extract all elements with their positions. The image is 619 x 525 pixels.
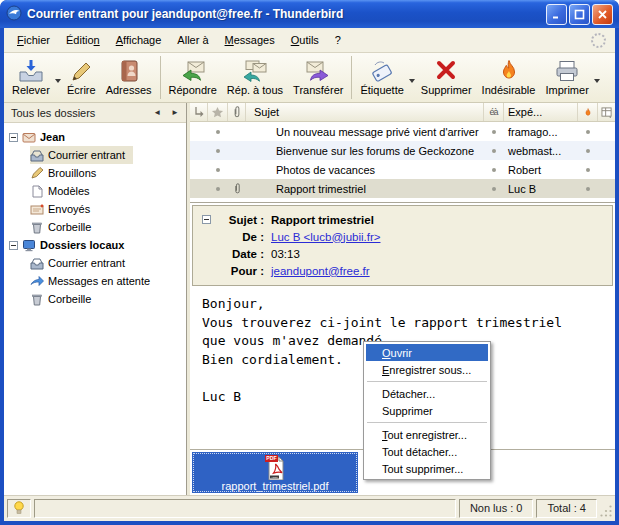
print-button[interactable]: Imprimer bbox=[540, 58, 593, 97]
folder-local-inbox[interactable]: Courrier entrant bbox=[30, 254, 186, 272]
minimize-button[interactable] bbox=[546, 4, 567, 25]
folder-local-trash[interactable]: Corbeille bbox=[30, 290, 186, 308]
collapse-icon[interactable] bbox=[9, 133, 18, 142]
svg-text:Adobe: Adobe bbox=[271, 475, 279, 478]
menu-outils[interactable]: Outils bbox=[283, 30, 327, 50]
menu-messages[interactable]: Messages bbox=[217, 30, 283, 50]
read-column-header[interactable]: éà bbox=[484, 103, 504, 121]
context-menu-save-all[interactable]: Tout enregistrer... bbox=[366, 426, 488, 443]
print-dropdown[interactable] bbox=[594, 79, 600, 86]
folder-unsent[interactable]: Messages en attente bbox=[30, 272, 186, 290]
menu-aide[interactable]: ? bbox=[327, 30, 349, 50]
junk-column-header[interactable] bbox=[578, 103, 598, 121]
reply-button[interactable]: Répondre bbox=[164, 54, 222, 101]
unread-dot-icon bbox=[216, 187, 220, 191]
context-menu-save-as[interactable]: Enregistrer sous... bbox=[366, 361, 488, 378]
thunderbird-app-icon bbox=[6, 5, 22, 23]
pdf-file-icon: Adobe PDF bbox=[262, 454, 288, 480]
unread-dot-icon bbox=[216, 168, 220, 172]
mail-toolbar: Relever Écrire Adresses Répondre Rép. à … bbox=[4, 53, 615, 103]
folder-sent[interactable]: Envoyés bbox=[30, 200, 186, 218]
menu-separator bbox=[367, 422, 487, 423]
write-button[interactable]: Écrire bbox=[62, 54, 101, 101]
to-address-link[interactable]: jeandupont@free.fr bbox=[271, 265, 370, 277]
print-icon bbox=[554, 59, 580, 83]
attachment-context-menu: Ouvrir Enregistrer sous... Détacher... S… bbox=[363, 341, 491, 480]
junk-button[interactable]: Indésirable bbox=[477, 54, 541, 101]
menu-affichage[interactable]: Affichage bbox=[108, 30, 170, 50]
message-list-header: Sujet éà Expé... bbox=[190, 103, 615, 122]
sender-column-header[interactable]: Expé... bbox=[504, 103, 578, 121]
delete-button[interactable]: Supprimer bbox=[416, 54, 477, 101]
to-label: Pour : bbox=[221, 265, 271, 277]
attachment-column-header[interactable] bbox=[228, 103, 246, 121]
status-message-segment bbox=[34, 499, 456, 518]
tag-button[interactable]: Étiquette bbox=[355, 58, 408, 97]
reply-icon bbox=[180, 59, 206, 83]
close-button[interactable] bbox=[592, 4, 613, 25]
thread-column-header[interactable] bbox=[190, 103, 208, 121]
resize-grip[interactable] bbox=[600, 505, 613, 518]
subject-column-header[interactable]: Sujet bbox=[246, 103, 484, 121]
menu-aller-a[interactable]: Aller à bbox=[169, 30, 216, 50]
status-bulb-segment bbox=[7, 499, 31, 518]
maximize-button[interactable] bbox=[569, 4, 590, 25]
tag-dropdown[interactable] bbox=[409, 79, 415, 86]
context-menu-delete[interactable]: Supprimer bbox=[366, 402, 488, 419]
folder-view-next-icon[interactable]: ► bbox=[171, 108, 179, 117]
window-title: Courrier entrant pour jeandupont@free.fr… bbox=[27, 7, 541, 21]
attachment-item-selected[interactable]: Adobe PDF rapport_trimestriel.pdf bbox=[192, 452, 358, 493]
folder-tree: Jean Courrier entrant Brouillons Modèles bbox=[4, 123, 186, 495]
context-menu-delete-all[interactable]: Tout supprimer... bbox=[366, 460, 488, 477]
column-picker-icon bbox=[601, 107, 613, 118]
folder-account-jean[interactable]: Jean bbox=[9, 128, 186, 146]
write-icon bbox=[68, 59, 94, 83]
folder-inbox[interactable]: Courrier entrant bbox=[30, 146, 133, 164]
context-menu-open[interactable]: Ouvrir bbox=[366, 344, 488, 361]
delete-icon bbox=[433, 59, 459, 83]
message-list: Sujet éà Expé... Un nouveau message priv… bbox=[190, 103, 615, 203]
trash-icon bbox=[30, 293, 44, 306]
folder-view-prev-icon[interactable]: ◄ bbox=[153, 108, 161, 117]
get-mail-dropdown[interactable] bbox=[55, 79, 61, 86]
status-bar: Non lus : 0 Total : 4 bbox=[4, 495, 615, 521]
get-mail-button[interactable]: Relever bbox=[7, 58, 55, 97]
forward-icon bbox=[305, 59, 331, 83]
folder-trash[interactable]: Corbeille bbox=[30, 218, 186, 236]
junk-dot-icon bbox=[586, 149, 590, 153]
menu-edition[interactable]: Édition bbox=[58, 30, 108, 50]
context-menu-detach-all[interactable]: Tout détacher... bbox=[366, 443, 488, 460]
unread-dot-icon bbox=[216, 130, 220, 134]
toolbar-separator bbox=[351, 56, 352, 99]
folder-templates[interactable]: Modèles bbox=[30, 182, 186, 200]
reply-all-icon bbox=[242, 59, 268, 83]
header-collapse-icon[interactable] bbox=[202, 215, 211, 224]
junk-flame-icon bbox=[583, 106, 593, 119]
menu-fichier[interactable]: Fichier bbox=[9, 30, 58, 50]
star-icon bbox=[211, 106, 224, 119]
forward-button[interactable]: Transférer bbox=[288, 54, 348, 101]
message-row[interactable]: Bienvenue sur les forums de Geckozone we… bbox=[190, 141, 615, 160]
inbox-icon bbox=[30, 257, 44, 270]
unread-dot-icon bbox=[216, 149, 220, 153]
reply-all-button[interactable]: Rép. à tous bbox=[222, 54, 288, 101]
from-address-link[interactable]: Luc B <lucb@jubii.fr> bbox=[271, 231, 380, 243]
message-row[interactable]: Photos de vacances Robert bbox=[190, 160, 615, 179]
junk-flame-icon bbox=[496, 59, 522, 83]
subject-label: Sujet : bbox=[221, 214, 271, 226]
folder-account-local[interactable]: Dossiers locaux bbox=[9, 236, 186, 254]
tag-icon bbox=[369, 59, 395, 83]
drafts-pencil-icon bbox=[30, 167, 44, 180]
column-picker-button[interactable] bbox=[598, 103, 615, 121]
context-menu-detach[interactable]: Détacher... bbox=[366, 385, 488, 402]
message-row-selected[interactable]: Rapport trimestriel Luc B bbox=[190, 179, 615, 198]
lightbulb-icon bbox=[13, 501, 25, 515]
message-date: 03:13 bbox=[271, 248, 606, 260]
star-column-header[interactable] bbox=[208, 103, 228, 121]
paperclip-icon bbox=[232, 106, 242, 119]
folder-drafts[interactable]: Brouillons bbox=[30, 164, 186, 182]
collapse-icon[interactable] bbox=[9, 241, 18, 250]
toolbar-separator bbox=[160, 56, 161, 99]
addresses-button[interactable]: Adresses bbox=[101, 54, 157, 101]
message-row[interactable]: Un nouveau message privé vient d'arriver… bbox=[190, 122, 615, 141]
